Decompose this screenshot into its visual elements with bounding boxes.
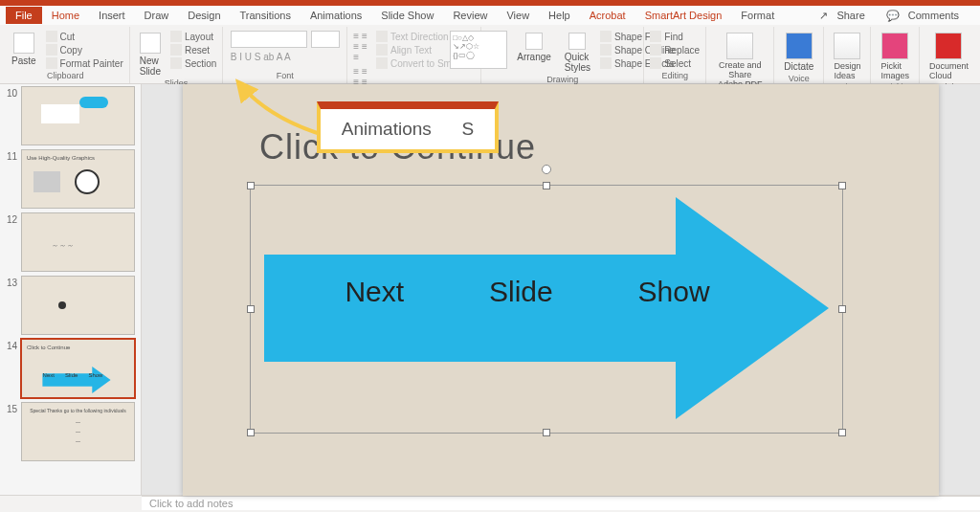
group-label: Clipboard xyxy=(47,71,84,81)
tab-format[interactable]: Format xyxy=(731,7,784,24)
replace-button[interactable]: Replace xyxy=(650,44,700,56)
animations-callout: Animations S xyxy=(317,101,499,153)
tab-draw[interactable]: Draw xyxy=(135,7,179,24)
find-button[interactable]: Find xyxy=(650,31,700,42)
group-adobe-cloud: DocumentCloud Adobe xyxy=(920,27,978,83)
pickit-images-label: PickitImages xyxy=(880,61,909,80)
thumb-num: 13 xyxy=(6,276,17,288)
tab-transitions[interactable]: Transitions xyxy=(231,7,301,24)
tab-acrobat[interactable]: Acrobat xyxy=(580,7,635,24)
layout-button[interactable]: Layout xyxy=(170,31,216,42)
tab-home[interactable]: Home xyxy=(42,7,89,24)
copy-button[interactable]: Copy xyxy=(46,44,123,56)
tab-slide-show[interactable]: Slide Show xyxy=(371,7,443,24)
content-area: 10 11Use High-Quality Graphics 12～～～ 13 … xyxy=(0,84,980,495)
arrange-button[interactable]: Arrange xyxy=(513,31,555,64)
thumb-14[interactable]: Click to ContinueNextSlideShow xyxy=(21,339,135,398)
comments-button[interactable]: 💬 Comments xyxy=(880,8,970,24)
group-font: B I U S ab A A Font xyxy=(223,27,347,83)
svg-marker-0 xyxy=(42,367,110,393)
thumb-num: 10 xyxy=(6,86,17,99)
thumb-num: 12 xyxy=(6,212,17,225)
ribbon: Paste Cut Copy Format Painter Clipboard … xyxy=(0,25,980,84)
resize-handle[interactable] xyxy=(543,182,550,189)
tab-view[interactable]: View xyxy=(497,7,539,24)
resize-handle[interactable] xyxy=(543,429,550,436)
thumb-12[interactable]: ～～～ xyxy=(21,212,135,272)
thumb-num: 11 xyxy=(6,149,17,162)
format-painter-button[interactable]: Format Painter xyxy=(46,57,123,69)
new-slide-label: NewSlide xyxy=(140,56,161,77)
thumb-num: 15 xyxy=(6,402,17,414)
section-button[interactable]: Section xyxy=(170,57,216,69)
rotation-handle[interactable] xyxy=(542,165,551,174)
group-label: Voice xyxy=(789,74,810,84)
pickit-images-button[interactable]: PickitImages xyxy=(877,31,913,82)
thumb-11[interactable]: Use High-Quality Graphics xyxy=(21,149,135,209)
shapes-gallery[interactable]: □○△◇↘↗⬡☆{}▭◯ xyxy=(450,31,507,69)
new-slide-button[interactable]: NewSlide xyxy=(136,31,165,78)
tab-review[interactable]: Review xyxy=(443,7,497,24)
group-editing: Find Replace Select Editing xyxy=(644,27,706,83)
doc-cloud-label: DocumentCloud xyxy=(929,61,969,80)
group-drawing: □○△◇↘↗⬡☆{}▭◯ Arrange QuickStyles Shape F… xyxy=(481,27,644,83)
tab-smartart-design[interactable]: SmartArt Design xyxy=(635,7,732,24)
shape-selection-box[interactable] xyxy=(250,185,843,434)
resize-handle[interactable] xyxy=(247,429,255,436)
reset-button[interactable]: Reset xyxy=(170,44,216,56)
tab-animations[interactable]: Animations xyxy=(301,7,371,24)
thumb-arrow-icon xyxy=(33,367,120,393)
dictate-button[interactable]: Dictate xyxy=(780,31,817,74)
design-ideas-button[interactable]: DesignIdeas xyxy=(830,31,864,82)
paste-button[interactable]: Paste xyxy=(8,31,40,68)
group-label: Editing xyxy=(661,71,688,81)
adobe-doc-cloud-button[interactable]: DocumentCloud xyxy=(925,31,972,82)
resize-handle[interactable] xyxy=(838,182,846,189)
tab-help[interactable]: Help xyxy=(539,7,580,24)
thumb-13[interactable] xyxy=(21,276,135,335)
cut-button[interactable]: Cut xyxy=(46,31,123,42)
group-label: Font xyxy=(277,71,294,81)
share-button[interactable]: ↗ Share xyxy=(813,8,876,24)
font-size-box[interactable] xyxy=(311,31,340,48)
font-name-box[interactable] xyxy=(231,31,307,48)
slide-stage[interactable]: Animations S Click to Continue Next Slid… xyxy=(142,84,980,496)
thumb-10[interactable] xyxy=(21,86,135,145)
notes-pane[interactable]: Click to add notes xyxy=(142,496,980,510)
current-slide[interactable]: Animations S Click to Continue Next Slid… xyxy=(183,84,939,496)
select-button[interactable]: Select xyxy=(650,57,700,69)
resize-handle[interactable] xyxy=(247,182,255,189)
group-adobe-acrobat: Create and Share Adobe PDF Adobe Acrobat xyxy=(706,27,774,83)
group-voice: Dictate Voice xyxy=(774,27,824,83)
design-ideas-label: DesignIdeas xyxy=(834,61,860,80)
group-designer: DesignIdeas Designer xyxy=(824,27,871,83)
quick-styles-button[interactable]: QuickStyles xyxy=(561,31,594,75)
ribbon-tabs-row: File Home Insert Draw Design Transitions… xyxy=(0,6,980,25)
group-slides: NewSlide Layout Reset Section Slides xyxy=(130,27,224,83)
tab-design[interactable]: Design xyxy=(178,7,230,24)
file-menu[interactable]: File xyxy=(6,7,42,24)
create-adobe-pdf-button[interactable]: Create and Share Adobe PDF xyxy=(712,31,768,92)
resize-handle[interactable] xyxy=(247,305,255,313)
group-clipboard: Paste Cut Copy Format Painter Clipboard xyxy=(2,27,130,83)
resize-handle[interactable] xyxy=(838,305,846,313)
quick-styles-label: QuickStyles xyxy=(565,52,590,73)
thumb-num: 14 xyxy=(6,339,17,351)
tab-insert[interactable]: Insert xyxy=(89,7,135,24)
resize-handle[interactable] xyxy=(838,429,846,436)
slide-editor: Animations S Click to Continue Next Slid… xyxy=(142,84,980,495)
thumb-15[interactable]: Special Thanks go to the following indiv… xyxy=(21,402,135,461)
right-commands: ↗ Share 💬 Comments xyxy=(813,8,970,24)
slide-thumbnails[interactable]: 10 11Use High-Quality Graphics 12～～～ 13 … xyxy=(0,84,142,495)
group-pickit: PickitImages Pickit xyxy=(871,27,920,83)
